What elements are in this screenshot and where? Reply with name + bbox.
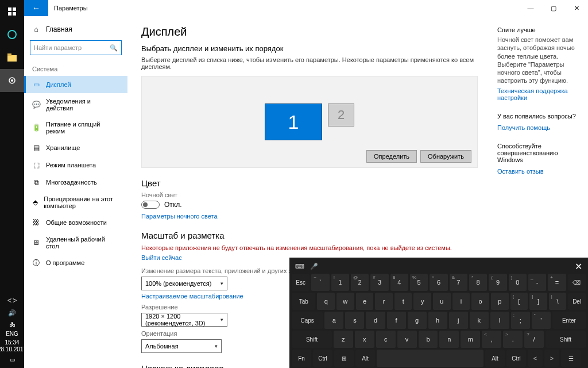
key-Ctrl[interactable]: Ctrl (313, 350, 332, 367)
key-Enter[interactable]: Enter (552, 312, 586, 329)
key-3[interactable]: 3# (370, 274, 388, 291)
key-m[interactable]: m (461, 331, 480, 348)
key-0[interactable]: 0) (509, 274, 527, 291)
key-.[interactable]: .> (503, 331, 523, 348)
key-Alt[interactable]: Alt (485, 350, 505, 367)
key-Shift[interactable]: Shift (546, 331, 586, 348)
key-y[interactable]: y (413, 293, 431, 310)
sidebar-item-5[interactable]: ⧉Многозадачность (24, 174, 127, 191)
key-[[interactable]: [{ (510, 293, 528, 310)
detect-button[interactable]: Обнаружить (420, 150, 471, 163)
search-input[interactable]: Найти параметр 🔍 (30, 40, 122, 55)
tray-lang[interactable]: ENG (6, 331, 18, 337)
key-\[interactable]: \| (549, 293, 567, 310)
key-a[interactable]: a (324, 312, 343, 329)
key-4[interactable]: 4$ (390, 274, 408, 291)
tray-volume[interactable]: 🔊 (0, 308, 24, 318)
minimize-button[interactable]: — (519, 0, 542, 16)
sidebar-item-9[interactable]: ⓘО программе (24, 254, 127, 271)
key-1[interactable]: 1! (331, 274, 349, 291)
start-button[interactable] (0, 0, 24, 23)
key-k[interactable]: k (470, 312, 489, 329)
keyboard-layout-icon[interactable]: ⌨ (295, 263, 304, 270)
key-][interactable]: ]} (529, 293, 547, 310)
key-=[interactable]: =+ (548, 274, 566, 291)
key-space[interactable] (377, 350, 483, 367)
key--[interactable]: -_ (528, 274, 546, 291)
key-q[interactable]: q (317, 293, 335, 310)
explorer-icon[interactable] (0, 46, 24, 69)
key-d[interactable]: d (366, 312, 385, 329)
tray-clock[interactable]: 15:3428.10.2017 (0, 339, 26, 353)
key->[interactable]: > (544, 350, 559, 367)
key-,[interactable]: ,< (482, 331, 501, 348)
scale-combo[interactable]: 100% (рекомендуется)▾ (141, 277, 227, 290)
key-Ctrl[interactable]: Ctrl (506, 350, 526, 367)
night-light-settings-link[interactable]: Параметры ночного света (141, 213, 218, 220)
tray-network[interactable]: 🖧 (0, 319, 24, 329)
key-Del[interactable]: Del (568, 293, 586, 310)
key-Fn[interactable]: Fn (292, 350, 311, 367)
resolution-combo[interactable]: 1920 × 1200 (рекомендуется, 3D)▾ (141, 313, 227, 327)
night-light-toggle[interactable]: Откл. (141, 201, 182, 209)
home-nav[interactable]: ⌂ Главная (24, 22, 127, 37)
tip-support-link[interactable]: Техническая поддержка настройки (497, 87, 582, 101)
signout-link[interactable]: Выйти сейчас (141, 254, 182, 261)
key-;[interactable]: ;: (511, 312, 530, 329)
key-v[interactable]: v (397, 331, 417, 348)
sidebar-item-3[interactable]: ▤Хранилище (24, 139, 127, 156)
feedback-link[interactable]: Оставить отзыв (497, 168, 544, 175)
key-w[interactable]: w (336, 293, 354, 310)
key-6[interactable]: 6^ (430, 274, 447, 291)
key-c[interactable]: c (376, 331, 396, 348)
key-5[interactable]: 5% (410, 274, 428, 291)
maximize-button[interactable]: ▢ (542, 0, 565, 16)
key-i[interactable]: i (452, 293, 470, 310)
sidebar-item-7[interactable]: ⛓Общие возможности (24, 214, 127, 231)
key-⊞[interactable]: ⊞ (334, 350, 354, 367)
key-⌫[interactable]: ⌫ (568, 274, 586, 291)
key-☰[interactable]: ☰ (561, 350, 581, 367)
tray-expand[interactable]: ᐸ ᐳ (0, 294, 24, 306)
close-button[interactable]: ✕ (565, 0, 588, 16)
key-Alt[interactable]: Alt (355, 350, 375, 367)
key-z[interactable]: z (334, 331, 353, 348)
key-7[interactable]: 7& (450, 274, 467, 291)
sidebar-item-1[interactable]: 💬Уведомления и действия (24, 93, 127, 116)
monitor-1[interactable]: 1 (265, 103, 322, 140)
key-f[interactable]: f (387, 312, 406, 329)
sidebar-item-2[interactable]: 🔋Питание и спящий режим (24, 116, 127, 139)
key-8[interactable]: 8* (469, 274, 487, 291)
key-s[interactable]: s (345, 312, 364, 329)
key-p[interactable]: p (491, 293, 509, 310)
settings-taskbar-icon[interactable] (0, 69, 24, 92)
orientation-combo[interactable]: Альбомная▾ (141, 339, 222, 353)
back-button[interactable]: ← (24, 0, 48, 16)
key-h[interactable]: h (428, 312, 447, 329)
key-u[interactable]: u (433, 293, 451, 310)
custom-scaling-link[interactable]: Настраиваемое масштабирование (141, 293, 243, 300)
sidebar-item-0[interactable]: ▭Дисплей (24, 76, 127, 93)
key-Tab[interactable]: Tab (292, 293, 315, 310)
key-Shift[interactable]: Shift (292, 331, 332, 348)
sidebar-item-4[interactable]: ⬚Режим планшета (24, 156, 127, 174)
key-Esc[interactable]: Esc (292, 274, 310, 291)
keyboard-mic-icon[interactable]: 🎤 (310, 263, 318, 270)
sidebar-item-6[interactable]: ⬘Проецирование на этот компьютер (24, 191, 127, 214)
key-b[interactable]: b (419, 331, 438, 348)
key-r[interactable]: r (375, 293, 393, 310)
action-center-icon[interactable]: ▭ (0, 354, 24, 365)
edge-icon[interactable] (0, 23, 24, 46)
identify-button[interactable]: Определить (366, 150, 417, 163)
get-help-link[interactable]: Получить помощь (497, 124, 550, 131)
key-l[interactable]: l (490, 312, 509, 329)
key-`[interactable]: `~ (311, 274, 329, 291)
keyboard-close-button[interactable]: ✕ (575, 261, 582, 272)
key-n[interactable]: n (439, 331, 459, 348)
sidebar-item-8[interactable]: 🖥Удаленный рабочий стол (24, 231, 127, 254)
key-o[interactable]: o (471, 293, 489, 310)
key-'[interactable]: '" (532, 312, 551, 329)
key-2[interactable]: 2@ (351, 274, 369, 291)
key-9[interactable]: 9( (489, 274, 506, 291)
key-t[interactable]: t (394, 293, 412, 310)
